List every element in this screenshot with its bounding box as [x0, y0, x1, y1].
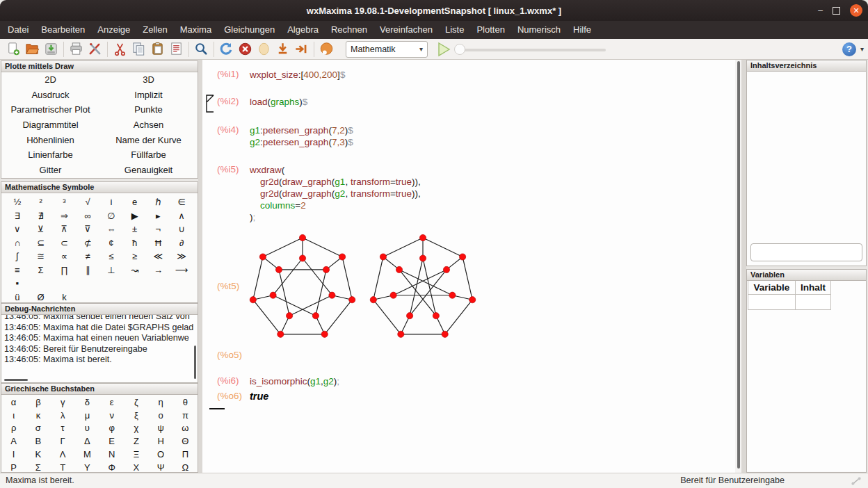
symbol-button[interactable]: ≠ [76, 250, 99, 263]
menu-vereinfachen[interactable]: Vereinfachen [373, 21, 439, 39]
cursor-line[interactable] [209, 408, 225, 409]
greek-letter-button[interactable]: Θ [173, 434, 198, 448]
symbol-button[interactable]: ⊄ [76, 236, 99, 250]
symbol-button[interactable]: ℏ [147, 195, 170, 209]
greek-letter-button[interactable]: ο [149, 409, 173, 422]
greek-letter-button[interactable]: Π [173, 448, 198, 461]
symbol-button[interactable]: ∃ [6, 209, 29, 223]
draw-button-implizit[interactable]: Implizit [99, 88, 198, 103]
greek-letter-button[interactable]: φ [99, 422, 124, 435]
symbol-button[interactable]: ⊻ [29, 222, 53, 236]
symbol-button[interactable]: ± [123, 222, 147, 236]
symbol-button[interactable]: Σ [29, 263, 53, 277]
symbol-button[interactable]: k [53, 291, 77, 304]
symbol-button[interactable]: ▶ [123, 209, 147, 223]
symbol-button[interactable]: ² [29, 195, 53, 209]
greek-letter-button[interactable]: γ [51, 396, 75, 409]
greek-letter-button[interactable]: H [149, 434, 173, 448]
symbol-button[interactable]: i [99, 195, 123, 209]
toolbar-button-copy[interactable] [129, 40, 148, 58]
greek-letter-button[interactable]: K [26, 448, 50, 461]
symbol-button[interactable]: ≤ [99, 250, 123, 263]
symbol-button[interactable]: ³ [53, 195, 77, 209]
symbol-button[interactable]: √ [76, 195, 99, 209]
draw-button-3d[interactable]: 3D [99, 72, 198, 88]
menu-bearbeiten[interactable]: Bearbeiten [35, 21, 91, 39]
menu-gleichungen[interactable]: Gleichungen [218, 21, 281, 39]
symbol-button[interactable]: ∩ [6, 236, 29, 250]
symbol-button[interactable]: ≡ [6, 263, 29, 277]
toolbar-button-wxmaxima-ball[interactable] [317, 40, 336, 58]
toolbar-button-select-text[interactable] [167, 40, 186, 58]
debug-vertical-scrollbar[interactable] [194, 345, 196, 379]
menu-plotten[interactable]: Plotten [470, 21, 511, 39]
draw-button-f-llfarbe[interactable]: Füllfarbe [99, 147, 198, 163]
greek-letter-button[interactable]: Δ [75, 434, 99, 448]
help-button[interactable]: ? [842, 42, 856, 56]
greek-letter-button[interactable]: E [99, 434, 124, 448]
symbol-button[interactable]: ∥ [76, 263, 99, 277]
cell-code[interactable]: wxdraw( gr2d(draw_graph(g1, transform=tr… [250, 164, 421, 223]
greek-letter-button[interactable]: β [26, 396, 50, 409]
symbol-button[interactable]: ≥ [123, 250, 147, 263]
toolbar-button-print[interactable] [67, 40, 86, 58]
greek-letter-button[interactable]: Λ [51, 448, 75, 461]
symbol-button[interactable]: ▪ [6, 277, 29, 291]
greek-letter-button[interactable]: ρ [1, 422, 26, 435]
menu-anzeige[interactable]: Anzeige [91, 21, 136, 39]
cell-bracket[interactable] [205, 94, 215, 116]
symbol-button[interactable]: Ħ [147, 236, 170, 250]
toolbar-button-cut[interactable] [111, 40, 129, 58]
greek-letter-button[interactable]: X [124, 461, 148, 474]
greek-letter-button[interactable]: σ [26, 422, 50, 435]
symbol-button[interactable]: ¬ [147, 222, 170, 236]
draw-button-gitter[interactable]: Gitter [1, 162, 99, 177]
draw-button-parametrischer-plot[interactable]: Parametrischer Plot [1, 102, 99, 117]
greek-letter-button[interactable]: τ [51, 422, 75, 435]
symbol-button[interactable]: ⊼ [53, 222, 77, 236]
symbol-button[interactable]: ⊥ [99, 263, 123, 277]
document-vertical-scrollbar[interactable] [737, 61, 740, 469]
menu-algebra[interactable]: Algebra [281, 21, 325, 39]
toc-filter-input[interactable] [750, 243, 862, 261]
greek-letter-button[interactable]: Ψ [149, 461, 173, 474]
symbol-button[interactable]: ¢ [99, 236, 123, 250]
menu-datei[interactable]: Datei [1, 21, 35, 39]
symbol-button[interactable]: ≅ [29, 250, 53, 263]
symbol-button[interactable]: ∂ [170, 236, 193, 250]
greek-letter-button[interactable]: λ [51, 409, 75, 422]
toolbar-button-restart-maxima[interactable] [217, 40, 236, 58]
toolbar-button-find[interactable] [192, 40, 211, 58]
draw-button-ausdruck[interactable]: Ausdruck [1, 88, 99, 103]
greek-letter-button[interactable]: ν [99, 409, 124, 422]
symbol-button[interactable]: ∅ [99, 209, 123, 223]
greek-letter-button[interactable]: A [1, 434, 26, 448]
greek-letter-button[interactable]: Ξ [124, 448, 148, 461]
greek-letter-button[interactable]: δ [75, 396, 99, 409]
draw-button-genauigkeit[interactable]: Genauigkeit [99, 162, 198, 177]
toolbar-button-interrupt[interactable] [236, 40, 255, 58]
toolbar-button-evaluate-till-here[interactable] [273, 40, 292, 58]
greek-letter-button[interactable]: ζ [124, 396, 148, 409]
symbol-button[interactable]: ∪ [170, 222, 193, 236]
symbol-button[interactable]: Ø [29, 291, 53, 304]
greek-letter-button[interactable]: ξ [124, 409, 148, 422]
toolbar-button-save[interactable] [42, 40, 61, 58]
worksheet[interactable]: (%i1)wxplot_size:[400,200]$(%i2)load(gra… [202, 60, 735, 473]
greek-letter-button[interactable]: I [1, 448, 26, 461]
symbol-button[interactable]: ∝ [53, 250, 77, 263]
greek-letter-button[interactable]: χ [124, 422, 148, 435]
draw-button-diagrammtitel[interactable]: Diagrammtitel [1, 117, 99, 133]
symbol-button[interactable]: ∏ [53, 263, 77, 277]
play-animation-button[interactable] [436, 42, 451, 57]
draw-button-name-der-kurve[interactable]: Name der Kurve [99, 132, 198, 147]
greek-letter-button[interactable]: μ [75, 409, 99, 422]
draw-button-linienfarbe[interactable]: Linienfarbe [1, 147, 99, 163]
variables-empty-row[interactable] [748, 295, 831, 310]
symbol-button[interactable]: ∞ [76, 209, 99, 223]
menu-maxima[interactable]: Maxima [174, 21, 218, 39]
draw-button-h-henlinien[interactable]: Höhenlinien [1, 132, 99, 147]
cell-code[interactable]: wxplot_size:[400,200]$ [250, 69, 345, 81]
greek-letter-button[interactable]: P [1, 461, 26, 474]
cell-code[interactable]: g1:petersen_graph(7,2)$g2:petersen_graph… [250, 124, 353, 148]
